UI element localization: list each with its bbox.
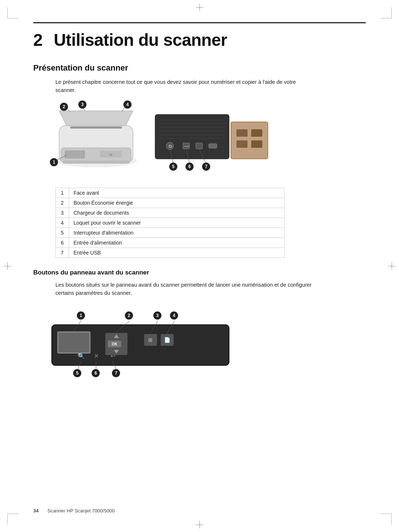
badge-2: 2 (60, 103, 68, 111)
corner-mark-bl (7, 514, 18, 525)
svg-rect-29 (231, 122, 268, 159)
reg-mark-bottom (196, 521, 203, 528)
part-number: 3 (56, 208, 69, 218)
part-label: Entrée d'alimentation (69, 238, 284, 248)
badge-1: 1 (50, 158, 58, 166)
badge-4: 4 (123, 100, 132, 109)
scanner-front-view: hp 1 2 3 4 (48, 103, 148, 181)
part-label: Face avant (69, 188, 284, 198)
svg-rect-24 (196, 143, 202, 149)
svg-text:OK: OK (112, 342, 118, 346)
svg-rect-33 (251, 140, 262, 148)
table-row: 6 Entrée d'alimentation (56, 238, 284, 248)
svg-text:📄: 📄 (164, 337, 171, 343)
svg-marker-2 (59, 111, 133, 126)
svg-rect-25 (209, 144, 217, 148)
panel-badge-3: 3 (153, 311, 161, 320)
part-label: Interrupteur d'alimentation (69, 228, 284, 238)
part-number: 2 (56, 198, 69, 208)
svg-text:⟿: ⟿ (184, 144, 189, 148)
svg-rect-8 (65, 150, 85, 158)
page: 2 Utilisation du scanner Présentation du… (0, 0, 399, 532)
panel-badge-5: 5 (73, 369, 81, 377)
subsection-heading: Boutons du panneau avant du scanner (33, 269, 366, 276)
parts-table-body: 1 Face avant 2 Bouton Économie énergie 3… (56, 188, 284, 258)
scanner-back-view: ⏻ ⟿ 5 6 (151, 103, 277, 181)
svg-rect-36 (58, 332, 89, 352)
svg-text:⊞: ⊞ (148, 337, 153, 343)
badge-6: 6 (185, 163, 194, 171)
svg-rect-13 (155, 115, 229, 159)
svg-rect-31 (236, 140, 248, 148)
svg-text:🔍: 🔍 (78, 352, 85, 359)
scanner-front-svg: hp (48, 103, 144, 174)
part-label: Chargeur de documents (69, 208, 284, 218)
reg-mark-right (388, 262, 395, 270)
part-label: Entrée USB (69, 248, 284, 258)
chapter-number: 2 (33, 30, 42, 50)
panel-badge-7: 7 (112, 369, 120, 377)
part-label: Bouton Économie énergie (69, 198, 284, 208)
svg-text:✕: ✕ (94, 353, 99, 359)
panel-badge-4: 4 (170, 311, 178, 320)
corner-mark-br (381, 514, 392, 525)
scanner-diagrams: hp 1 2 3 4 (48, 103, 366, 181)
svg-text:⏻: ⏻ (168, 144, 172, 148)
table-row: 5 Interrupteur d'alimentation (56, 228, 284, 238)
part-number: 1 (56, 188, 69, 198)
svg-rect-32 (251, 129, 262, 137)
corner-mark-tl (7, 7, 18, 18)
scanner-back-svg: ⏻ ⟿ (151, 103, 277, 174)
corner-mark-tr (381, 7, 392, 18)
panel-badge-1: 1 (77, 311, 85, 320)
table-row: 2 Bouton Économie énergie (56, 198, 284, 208)
footer-page-number: 34 (33, 508, 38, 514)
intro-text: Le présent chapitre concerne tout ce que… (55, 78, 314, 95)
part-number: 4 (56, 218, 69, 228)
svg-rect-4 (63, 161, 129, 164)
footer: 34 Scanner HP Scanjet 7000/5000 (33, 508, 366, 514)
part-number: 5 (56, 228, 69, 238)
section-heading: Présentation du scanner (33, 63, 366, 73)
svg-text:↩: ↩ (110, 353, 115, 359)
svg-rect-5 (70, 126, 122, 129)
part-label: Loquet pour ouvrir le scanner (69, 218, 284, 228)
parts-table: 1 Face avant 2 Bouton Économie énergie 3… (55, 188, 284, 258)
panel-diagram-wrap: OK ⊞ 📄 🔍 ✕ ↩ (48, 306, 233, 381)
part-number: 7 (56, 248, 69, 258)
reg-mark-left (4, 262, 11, 270)
table-row: 3 Chargeur de documents (56, 208, 284, 218)
badge-5: 5 (169, 163, 177, 171)
badge-7: 7 (202, 163, 210, 171)
table-row: 1 Face avant (56, 188, 284, 198)
panel-diagram-area: OK ⊞ 📄 🔍 ✕ ↩ (48, 306, 366, 381)
badge-3: 3 (78, 100, 86, 109)
reg-mark-top (196, 4, 203, 11)
chapter-heading: 2 Utilisation du scanner (33, 22, 366, 50)
table-row: 4 Loquet pour ouvrir le scanner (56, 218, 284, 228)
panel-badge-6: 6 (92, 369, 100, 377)
chapter-title-text: Utilisation du scanner (54, 30, 227, 50)
subsection-text: Les boutons situés sur le panneau avant … (55, 281, 314, 297)
panel-badge-2: 2 (125, 311, 133, 320)
svg-rect-30 (236, 129, 248, 137)
svg-text:hp: hp (109, 153, 113, 156)
footer-product-name: Scanner HP Scanjet 7000/5000 (47, 508, 115, 514)
chapter-title: 2 Utilisation du scanner (33, 30, 366, 50)
table-row: 7 Entrée USB (56, 248, 284, 258)
part-number: 6 (56, 238, 69, 248)
